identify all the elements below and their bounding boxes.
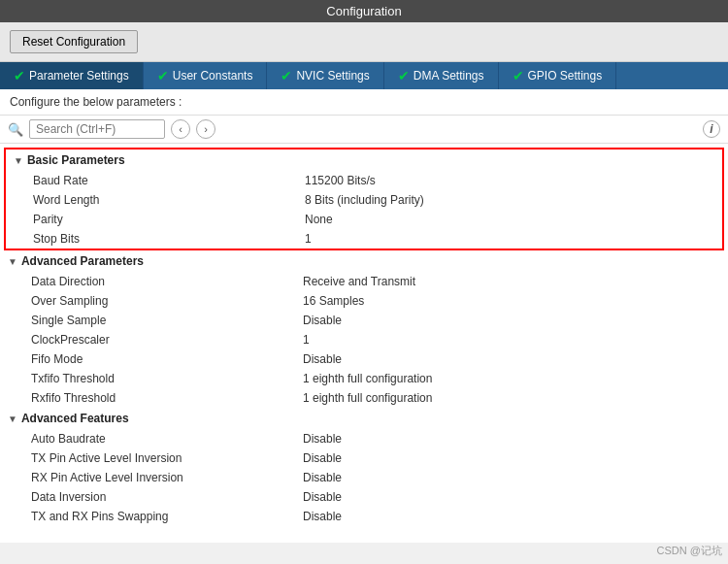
tab-label: DMA Settings — [414, 69, 484, 83]
param-name: Parity — [33, 213, 305, 226]
param-row: Data InversionDisable — [0, 487, 728, 507]
param-name: Rxfifo Threshold — [31, 391, 303, 405]
content-area: ▼Basic ParametersBaud Rate115200 Bits/sW… — [0, 144, 728, 543]
param-row: TX and RX Pins SwappingDisable — [0, 507, 728, 526]
param-value[interactable]: Disable — [303, 510, 720, 523]
section-label: Advanced Features — [21, 412, 129, 425]
tab-label: User Constants — [173, 69, 253, 83]
param-name: TX and RX Pins Swapping — [31, 510, 303, 523]
param-name: Data Inversion — [31, 490, 303, 504]
param-name: Txfifo Threshold — [31, 372, 303, 385]
param-row: ClockPrescaler1 — [0, 330, 728, 349]
param-value[interactable]: Receive and Transmit — [303, 275, 720, 288]
tab-check-icon: ✔ — [281, 68, 292, 83]
param-name: TX Pin Active Level Inversion — [31, 451, 303, 465]
tab-check-icon: ✔ — [157, 68, 169, 83]
param-row: Word Length8 Bits (including Parity) — [6, 190, 722, 210]
param-name: Stop Bits — [33, 232, 305, 246]
tab-param-settings[interactable]: ✔Parameter Settings — [0, 62, 144, 89]
param-name: Auto Baudrate — [31, 432, 303, 446]
param-row: Rxfifo Threshold1 eighth full configurat… — [0, 388, 728, 408]
tab-user-constants[interactable]: ✔User Constants — [144, 62, 268, 89]
info-icon: i — [703, 120, 720, 138]
watermark: CSDN @记坑 — [657, 544, 722, 558]
tabs-container: ✔Parameter Settings✔User Constants✔NVIC … — [0, 62, 728, 89]
tab-check-icon: ✔ — [513, 68, 524, 83]
section-header-advanced-parameters: ▼Advanced Parameters — [0, 250, 728, 272]
tab-label: Parameter Settings — [29, 69, 129, 83]
param-name: ClockPrescaler — [31, 333, 303, 347]
search-icon: 🔍 — [8, 122, 23, 137]
param-value[interactable]: 1 eighth full configuration — [303, 372, 720, 385]
param-row: Data DirectionReceive and Transmit — [0, 272, 728, 291]
param-name: Data Direction — [31, 275, 303, 288]
tab-label: NVIC Settings — [296, 69, 369, 83]
tab-dma-settings[interactable]: ✔DMA Settings — [384, 62, 499, 89]
param-row: Over Sampling16 Samples — [0, 291, 728, 311]
reset-button[interactable]: Reset Configuration — [10, 30, 138, 53]
tab-check-icon: ✔ — [398, 68, 410, 83]
param-value[interactable]: Disable — [303, 352, 720, 366]
collapse-arrow[interactable]: ▼ — [8, 414, 17, 424]
param-row: Baud Rate115200 Bits/s — [6, 171, 722, 190]
param-value[interactable]: None — [305, 213, 714, 226]
title-text: Configuration — [326, 4, 401, 18]
search-bar: 🔍 ‹ › i — [0, 116, 728, 144]
param-value[interactable]: 16 Samples — [303, 294, 720, 308]
param-row: Fifo ModeDisable — [0, 349, 728, 369]
param-value[interactable]: Disable — [303, 451, 720, 465]
tab-label: GPIO Settings — [528, 69, 603, 83]
param-value[interactable]: 1 — [305, 232, 714, 246]
param-value[interactable]: Disable — [303, 471, 720, 484]
toolbar: Reset Configuration — [0, 22, 728, 62]
param-value[interactable]: Disable — [303, 432, 720, 446]
param-name: Single Sample — [31, 314, 303, 327]
collapse-arrow[interactable]: ▼ — [8, 256, 17, 267]
param-name: Baud Rate — [33, 174, 305, 187]
param-value[interactable]: 115200 Bits/s — [305, 174, 714, 187]
tab-nvic-settings[interactable]: ✔NVIC Settings — [267, 62, 383, 89]
param-row: Auto BaudrateDisable — [0, 429, 728, 448]
param-name: Fifo Mode — [31, 352, 303, 366]
param-name: RX Pin Active Level Inversion — [31, 471, 303, 484]
param-row: Stop Bits1 — [6, 229, 722, 249]
param-row: Single SampleDisable — [0, 311, 728, 330]
param-value[interactable]: 8 Bits (including Parity) — [305, 193, 714, 207]
param-value[interactable]: Disable — [303, 314, 720, 327]
param-row: RX Pin Active Level InversionDisable — [0, 468, 728, 487]
section-header-advanced-features: ▼Advanced Features — [0, 408, 728, 429]
param-name: Word Length — [33, 193, 305, 207]
section-basic-parameters-highlight: ▼Basic ParametersBaud Rate115200 Bits/sW… — [4, 148, 724, 250]
section-label: Advanced Parameters — [21, 254, 144, 268]
param-row: TX Pin Active Level InversionDisable — [0, 448, 728, 468]
nav-next-button[interactable]: › — [196, 119, 215, 139]
param-value[interactable]: 1 — [303, 333, 720, 347]
param-row: Txfifo Threshold1 eighth full configurat… — [0, 369, 728, 388]
tab-gpio-settings[interactable]: ✔GPIO Settings — [499, 62, 617, 89]
collapse-arrow[interactable]: ▼ — [14, 155, 23, 166]
section-label: Basic Parameters — [27, 153, 125, 167]
param-value[interactable]: Disable — [303, 490, 720, 504]
param-row: ParityNone — [6, 210, 722, 229]
param-name: Over Sampling — [31, 294, 303, 308]
tab-check-icon: ✔ — [14, 68, 25, 83]
title-bar: Configuration — [0, 0, 728, 22]
search-input[interactable] — [29, 119, 165, 139]
configure-label: Configure the below parameters : — [0, 89, 728, 116]
section-header-basic-parameters: ▼Basic Parameters — [6, 149, 722, 171]
nav-prev-button[interactable]: ‹ — [171, 119, 190, 139]
param-value[interactable]: 1 eighth full configuration — [303, 391, 720, 405]
